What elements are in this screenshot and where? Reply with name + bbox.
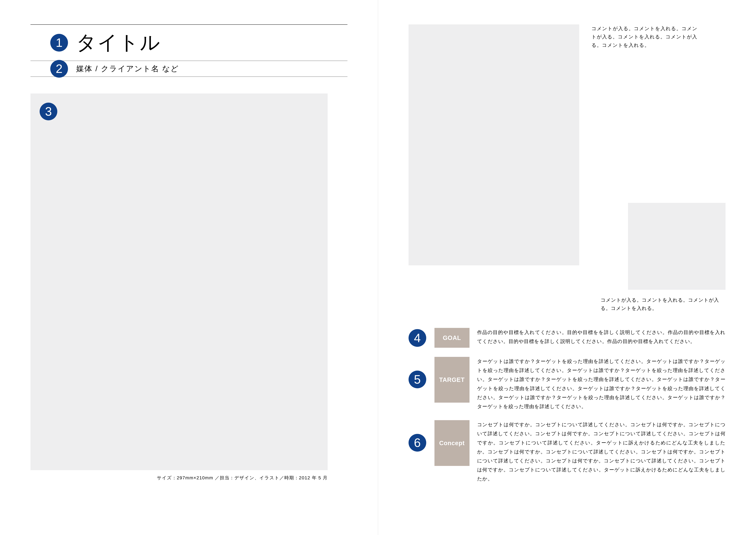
section-concept: 6 Concept コンセプトは何ですか。コンセプトについて詳述してください。コ… [409,420,726,483]
badge-6: 6 [409,434,426,452]
section-goal: 4 GOAL 作品の目的や目標を入れてください。目的や目標をを詳しく説明してくだ… [409,328,726,348]
subtitle-row: 2 媒体 / クライアント名 など [31,61,347,77]
section-target: 5 TARGET ターゲットは誰ですか？ターゲットを絞った理由を詳述してください… [409,357,726,411]
comment-bottom: コメントが入る。コメントを入れる。コメントが入る。コメントを入れる。 [601,296,725,313]
comment-top: コメントが入る。コメントを入れる。コメントが入る。コメントを入れる。コメントが入… [591,24,698,49]
title-row: 1 タイトル [31,25,347,61]
section-goal-label: GOAL [434,328,470,348]
meta-info: サイズ：297mm×210mm ／担当：デザイン、イラスト／時期：2012 年 … [31,475,328,481]
page-title: タイトル [76,29,161,56]
section-target-body: ターゲットは誰ですか？ターゲットを絞った理由を詳述してください。ターゲットは誰で… [477,357,726,411]
page-left: 1 タイトル 2 媒体 / クライアント名 など 3 サイズ：297mm×210… [0,0,378,535]
badge-2: 2 [50,60,68,78]
main-image-placeholder: 3 [31,94,328,470]
section-concept-body: コンセプトは何ですか。コンセプトについて詳述してください。コンセプトは何ですか。… [477,420,726,483]
right-top-area: コメントが入る。コメントを入れる。コメントが入る。コメントを入れる。コメントが入… [409,24,726,302]
sections: 4 GOAL 作品の目的や目標を入れてください。目的や目標をを詳しく説明してくだ… [409,328,726,483]
page-right: コメントが入る。コメントを入れる。コメントが入る。コメントを入れる。コメントが入… [378,0,756,535]
section-concept-label: Concept [434,420,470,466]
small-image-placeholder [628,203,725,290]
badge-3: 3 [40,103,57,120]
badge-4: 4 [409,329,426,347]
section-goal-body: 作品の目的や目標を入れてください。目的や目標をを詳しく説明してください。作品の目… [477,328,726,346]
badge-5: 5 [409,371,426,388]
section-target-label: TARGET [434,357,470,403]
secondary-image-placeholder [409,24,579,266]
badge-1: 1 [50,34,68,51]
subtitle: 媒体 / クライアント名 など [76,64,179,74]
